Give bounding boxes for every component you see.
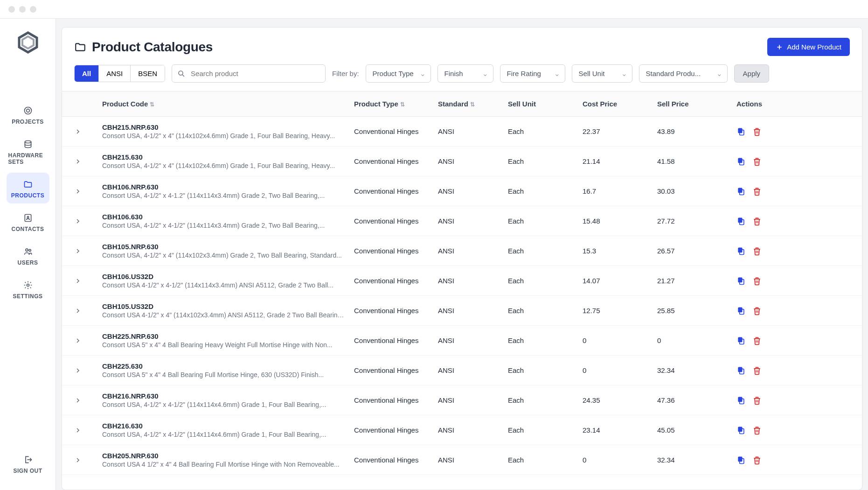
product-code: CBH215.NRP.630 <box>102 123 354 131</box>
sell-unit-cell: Each <box>508 336 583 344</box>
copy-icon[interactable] <box>736 396 746 405</box>
product-code: CBH106.US32D <box>102 273 354 280</box>
sidebar-item-label: PRODUCTS <box>11 192 44 199</box>
table-row: CBH105.NRP.630 Consort USA, 4-1/2" x 4" … <box>62 236 862 266</box>
table-row: CBH106.NRP.630 Consort USA, 4-1/2" x 4-1… <box>62 176 862 206</box>
sell-price-cell: 30.03 <box>657 187 736 195</box>
search-icon <box>177 70 186 78</box>
chevron-down-icon: ⌄ <box>621 70 627 78</box>
delete-icon[interactable] <box>752 426 762 435</box>
sidebar-item-sign-out[interactable]: SIGN OUT <box>7 448 49 479</box>
delete-icon[interactable] <box>752 157 762 166</box>
expand-row-button[interactable] <box>74 337 102 344</box>
col-sell-price: Sell Price <box>657 100 736 108</box>
expand-row-button[interactable] <box>74 307 102 315</box>
sidebar-item-products[interactable]: PRODUCTS <box>7 173 49 203</box>
expand-row-button[interactable] <box>74 367 102 374</box>
sell-unit-cell: Each <box>508 307 583 315</box>
traffic-light-close[interactable] <box>8 6 15 13</box>
tab-all[interactable]: All <box>75 65 99 82</box>
delete-icon[interactable] <box>752 455 762 465</box>
copy-icon[interactable] <box>736 455 746 465</box>
copy-icon[interactable] <box>736 217 746 226</box>
sidebar-item-label: SETTINGS <box>13 293 42 300</box>
delete-icon[interactable] <box>752 187 762 196</box>
delete-icon[interactable] <box>752 396 762 405</box>
apply-button[interactable]: Apply <box>734 64 770 83</box>
sell-unit-cell: Each <box>508 426 583 434</box>
sidebar-item-users[interactable]: USERS <box>7 240 49 271</box>
delete-icon[interactable] <box>752 336 762 345</box>
copy-icon[interactable] <box>736 157 746 166</box>
copy-icon[interactable] <box>736 306 746 315</box>
col-product-code[interactable]: Product Code⇅ <box>102 100 354 108</box>
copy-icon[interactable] <box>736 426 746 435</box>
delete-icon[interactable] <box>752 306 762 315</box>
product-code: CBH225.630 <box>102 362 354 370</box>
table-row: CBH225.NRP.630 Consort USA 5" x 4" 4 Bal… <box>62 326 862 356</box>
product-code: CBH105.US32D <box>102 302 354 310</box>
stack-icon <box>23 139 33 149</box>
add-new-product-button[interactable]: Add New Product <box>767 38 850 56</box>
product-type-cell: Conventional Hinges <box>354 247 438 255</box>
tab-ansi[interactable]: ANSI <box>99 65 131 82</box>
filter-product-type[interactable]: Product Type⌄ <box>366 64 431 83</box>
filter-fire-rating[interactable]: Fire Rating⌄ <box>500 64 565 83</box>
product-description: Consort USA 4-1/2" x 4" (114x102x3.4mm) … <box>102 311 345 319</box>
product-type-cell: Conventional Hinges <box>354 277 438 285</box>
copy-icon[interactable] <box>736 276 746 286</box>
cost-price-cell: 24.35 <box>583 396 657 404</box>
svg-rect-26 <box>738 337 742 342</box>
copy-icon[interactable] <box>736 246 746 256</box>
standard-cell: ANSI <box>438 277 508 285</box>
product-code: CBH216.NRP.630 <box>102 392 354 400</box>
product-type-cell: Conventional Hinges <box>354 157 438 165</box>
search-input[interactable] <box>172 64 326 83</box>
col-standard[interactable]: Standard⇅ <box>438 100 508 108</box>
table-row: CBH106.US32D Consort USA 4-1/2" x 4-1/2"… <box>62 266 862 296</box>
expand-row-button[interactable] <box>74 217 102 225</box>
chevron-down-icon: ⌄ <box>716 70 722 78</box>
cost-price-cell: 0 <box>583 456 657 464</box>
plus-icon <box>776 43 783 51</box>
filter-standard-product[interactable]: Standard Produ...⌄ <box>639 64 728 83</box>
sell-unit-cell: Each <box>508 456 583 464</box>
sidebar-item-contacts[interactable]: CONTACTS <box>7 206 49 237</box>
copy-icon[interactable] <box>736 187 746 196</box>
sign-out-icon <box>23 455 33 465</box>
expand-row-button[interactable] <box>74 456 102 464</box>
expand-row-button[interactable] <box>74 158 102 165</box>
delete-icon[interactable] <box>752 276 762 286</box>
filter-finish[interactable]: Finish⌄ <box>437 64 493 83</box>
expand-row-button[interactable] <box>74 247 102 255</box>
products-table: Product Code⇅ Product Type⇅ Standard⇅ Se… <box>62 91 862 490</box>
tab-bsen[interactable]: BSEN <box>131 65 165 82</box>
cost-price-cell: 22.37 <box>583 127 657 135</box>
expand-row-button[interactable] <box>74 128 102 135</box>
sell-price-cell: 32.34 <box>657 366 736 374</box>
expand-row-button[interactable] <box>74 427 102 434</box>
delete-icon[interactable] <box>752 246 762 256</box>
product-description: Consort USA, 4-1/2" x 4-1.2" (114x114x3.… <box>102 192 345 199</box>
sell-price-cell: 0 <box>657 336 736 344</box>
standard-cell: ANSI <box>438 127 508 135</box>
table-row: CBH215.NRP.630 Consort USA, 4-1/2" x 4" … <box>62 117 862 147</box>
expand-row-button[interactable] <box>74 188 102 195</box>
copy-icon[interactable] <box>736 127 746 136</box>
traffic-light-zoom[interactable] <box>30 6 36 13</box>
delete-icon[interactable] <box>752 366 762 375</box>
col-cost-price: Cost Price <box>583 100 657 108</box>
traffic-light-minimize[interactable] <box>19 6 26 13</box>
expand-row-button[interactable] <box>74 277 102 285</box>
delete-icon[interactable] <box>752 217 762 226</box>
sidebar-item-projects[interactable]: PROJECTS <box>7 99 49 130</box>
copy-icon[interactable] <box>736 366 746 375</box>
sidebar-item-settings[interactable]: SETTINGS <box>7 273 49 304</box>
expand-row-button[interactable] <box>74 397 102 404</box>
copy-icon[interactable] <box>736 336 746 345</box>
delete-icon[interactable] <box>752 127 762 136</box>
sidebar-item-hardware-sets[interactable]: HARDWARE SETS <box>7 133 49 170</box>
filter-sell-unit[interactable]: Sell Unit⌄ <box>572 64 632 83</box>
col-product-type[interactable]: Product Type⇅ <box>354 100 438 108</box>
svg-rect-28 <box>738 367 742 372</box>
